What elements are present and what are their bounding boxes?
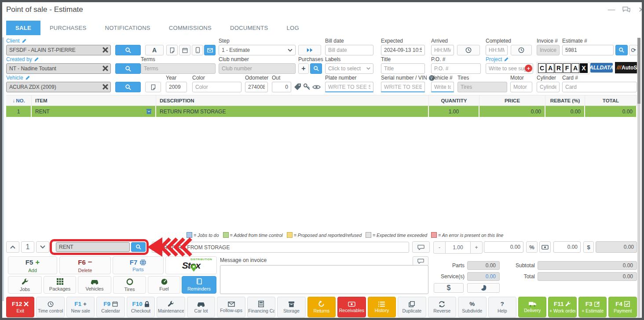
arrived-input[interactable] xyxy=(431,45,454,55)
client-calendar-button[interactable] xyxy=(179,45,190,55)
tab-purchases[interactable]: PURCHASES xyxy=(40,21,96,35)
time-control-button[interactable]: Time control xyxy=(36,297,64,317)
tab-log[interactable]: LOG xyxy=(278,21,308,35)
exit-button[interactable]: F12 Exit xyxy=(6,297,34,317)
key-icon[interactable] xyxy=(303,83,311,91)
table-row[interactable]: 1 RENT RETURN FROM STORAGE 1.00 0.00 0.0… xyxy=(6,106,637,117)
vehicle-input[interactable] xyxy=(6,82,111,92)
add-line-button[interactable]: F5+ Add xyxy=(8,256,57,274)
expected-input[interactable] xyxy=(381,45,425,55)
vehicle-note-button[interactable] xyxy=(145,82,161,92)
vin-input[interactable] xyxy=(381,82,425,92)
purchases-search-button[interactable] xyxy=(310,63,322,74)
returns-button[interactable]: Returns xyxy=(307,297,336,317)
reverse-button[interactable]: Reverse xyxy=(428,297,456,317)
column-price[interactable]: PRICE xyxy=(479,95,545,105)
quantity-plus-button[interactable]: + xyxy=(470,241,483,254)
cylinder-input[interactable] xyxy=(537,82,560,92)
column-rebate[interactable]: REBATE (%) xyxy=(545,95,585,105)
vehicle-search-button[interactable] xyxy=(115,82,141,92)
year-input[interactable] xyxy=(166,82,187,92)
estimate-number-input[interactable] xyxy=(562,45,614,55)
checkout-button[interactable]: F10 Checkout xyxy=(127,297,155,317)
title-input[interactable] xyxy=(381,63,425,74)
vertical-scrollbar[interactable] xyxy=(637,38,640,317)
invoice-message-textarea[interactable] xyxy=(220,265,428,294)
completed-input[interactable] xyxy=(486,45,508,55)
column-no[interactable]: ↓NO. xyxy=(6,95,32,105)
clear-client-icon[interactable] xyxy=(102,47,109,53)
item-search-input[interactable] xyxy=(56,242,130,252)
labels-select[interactable]: Click to select xyxy=(325,63,373,74)
tab-commissions[interactable]: COMMISSIONS xyxy=(160,21,221,35)
step-select[interactable]: 1 - Estimate xyxy=(219,45,296,55)
dollar-toggle-button[interactable]: $ xyxy=(434,283,464,293)
column-item[interactable]: ITEM xyxy=(32,95,156,105)
edit-pencil-icon[interactable] xyxy=(504,57,509,62)
fuel-button[interactable]: Fuel xyxy=(148,276,180,294)
delete-line-button[interactable]: F6− Delete xyxy=(59,256,111,274)
invoice-message-comment-button[interactable] xyxy=(413,256,428,266)
item-search-button[interactable] xyxy=(131,242,146,252)
work-order-button[interactable]: F11 + Work order xyxy=(548,297,576,317)
packages-button[interactable]: Packages xyxy=(44,276,76,294)
client-directory-button[interactable]: A xyxy=(145,45,164,55)
minimize-button[interactable]: — xyxy=(606,4,617,15)
out-input[interactable] xyxy=(272,82,291,92)
vehicles-button[interactable]: Vehicles xyxy=(78,276,111,294)
tires-button[interactable]: Tires xyxy=(113,276,146,294)
close-button[interactable]: ✕ xyxy=(636,4,644,15)
storage-button[interactable]: Storage xyxy=(277,297,305,317)
quantity-value[interactable]: 1.00 xyxy=(446,241,470,254)
tab-sale[interactable]: SALE xyxy=(6,21,40,35)
vehicle-number-input[interactable] xyxy=(431,82,454,92)
history-button[interactable]: History xyxy=(368,297,396,317)
color-input[interactable] xyxy=(192,82,242,92)
column-total[interactable]: TOTAL xyxy=(585,95,637,105)
maintenances-button[interactable]: Maintenances xyxy=(157,297,185,317)
storage-icon[interactable] xyxy=(146,109,152,114)
arrived-clock-button[interactable] xyxy=(457,45,480,55)
scrollbar-thumb[interactable] xyxy=(637,38,640,104)
line-comment-button[interactable] xyxy=(412,241,430,253)
quantity-minus-button[interactable]: - xyxy=(433,241,446,254)
edit-pencil-icon[interactable] xyxy=(25,75,30,80)
tag-icon[interactable] xyxy=(294,83,301,91)
parts-button[interactable]: F7 Parts xyxy=(113,256,164,274)
purchases-add-button[interactable]: + xyxy=(298,63,309,74)
client-search-button[interactable] xyxy=(115,45,141,55)
line-price-input[interactable] xyxy=(484,241,523,253)
follow-ups-button[interactable]: Follow-ups xyxy=(217,297,245,317)
odometer-input[interactable] xyxy=(245,82,268,92)
line-down-button[interactable] xyxy=(36,241,49,253)
edit-pencil-icon[interactable] xyxy=(22,38,27,44)
column-description[interactable]: DESCRIPTION xyxy=(156,95,429,105)
quantity-stepper[interactable]: - 1.00 + xyxy=(433,241,483,254)
po-number-input[interactable] xyxy=(431,63,481,74)
receivables-button[interactable]: Receivables xyxy=(337,297,366,317)
clear-vehicle-icon[interactable] xyxy=(102,84,109,90)
subdivide-button[interactable]: % Subdivide xyxy=(458,297,486,317)
client-mobile-button[interactable] xyxy=(192,45,203,55)
clear-created-by-icon[interactable] xyxy=(102,65,109,72)
delivery-button[interactable]: Delivery xyxy=(518,297,546,317)
created-by-search-button[interactable] xyxy=(115,63,141,74)
tab-notifications[interactable]: NOTIFICATIONS xyxy=(95,21,159,35)
car-lot-button[interactable]: Car lot xyxy=(187,297,215,317)
dollar-button[interactable]: $ xyxy=(583,241,594,253)
estimate-search-button[interactable] xyxy=(615,45,628,55)
client-input[interactable] xyxy=(6,45,111,55)
project-add-badge[interactable]: + xyxy=(525,65,532,72)
help-button[interactable]: ? Help xyxy=(488,297,516,317)
line-rebate-input[interactable] xyxy=(553,241,581,253)
autoserve-logo[interactable]: /// AutoSe xyxy=(615,62,637,73)
alldata-logo[interactable]: ALLDATA xyxy=(590,63,613,73)
card-number-input[interactable] xyxy=(562,82,637,92)
column-quantity[interactable]: QUANTITY xyxy=(429,95,479,105)
plate-number-input[interactable] xyxy=(325,82,373,92)
payment-button[interactable]: F4 Payment xyxy=(608,297,637,317)
new-estimate-button[interactable]: F3 + Estimate xyxy=(578,297,607,317)
duplicate-button[interactable]: Duplicate xyxy=(398,297,426,317)
refresh-button[interactable]: ⟳ xyxy=(629,45,638,55)
calendar-button[interactable]: F9 Calendar xyxy=(96,297,124,317)
